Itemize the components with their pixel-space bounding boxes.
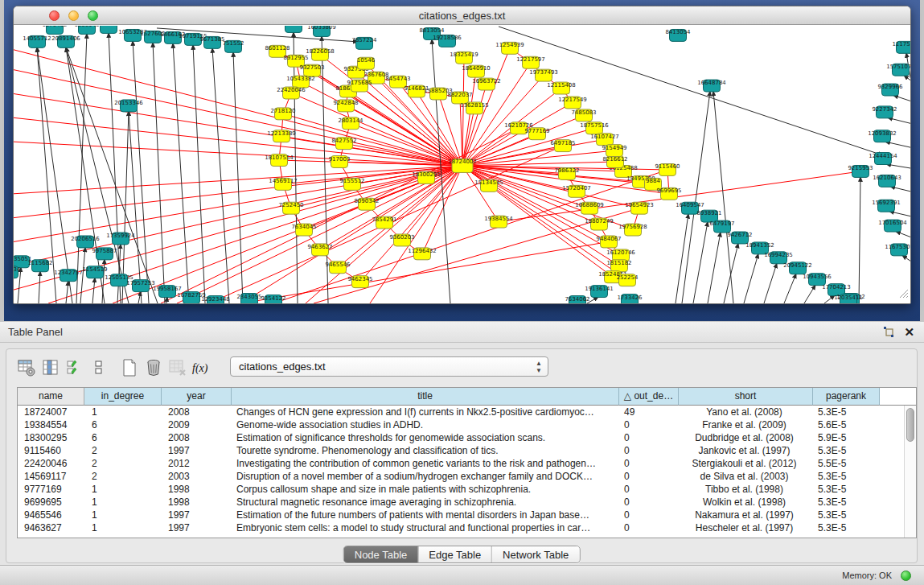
column-header-pagerank[interactable]: pagerank bbox=[813, 388, 880, 406]
graph-node-label: 18724007 bbox=[448, 159, 477, 166]
cell-name: 9699695 bbox=[18, 496, 84, 509]
column-header-short[interactable]: short bbox=[679, 388, 813, 406]
graph-node-label: 22420046 bbox=[277, 87, 306, 93]
window-minimize-icon[interactable] bbox=[68, 10, 79, 21]
cell-short: Tibbo et al. (1998) bbox=[679, 483, 813, 496]
network-graph-svg[interactable]: 1872400786011288912955182260589327503105… bbox=[14, 26, 910, 303]
table-row[interactable]: 946362711997Embryonic stem cells: a mode… bbox=[18, 521, 904, 534]
graph-node-label: 9699695 bbox=[656, 187, 681, 194]
function-builder-icon[interactable]: f(x) bbox=[190, 356, 214, 379]
cell-pagerank: 5.9E-5 bbox=[813, 431, 880, 444]
tab-network-table[interactable]: Network Table bbox=[491, 546, 579, 562]
cytoscape-screen: citations_edges.txt 18724007860112889129… bbox=[0, 0, 924, 585]
cell-out_de: 49 bbox=[619, 406, 679, 418]
graph-node-label: 12444154 bbox=[869, 153, 897, 159]
column-header-title[interactable]: title bbox=[232, 388, 619, 406]
cell-out_de: 0 bbox=[619, 509, 679, 521]
table-panel-header: Table Panel ✕ bbox=[0, 322, 924, 343]
table-row[interactable]: 1938455462009Genome-wide association stu… bbox=[18, 418, 904, 431]
cell-out_de: 0 bbox=[619, 496, 679, 509]
table-row[interactable]: 946554611997Estimation of the future num… bbox=[18, 509, 904, 521]
close-panel-icon[interactable]: ✕ bbox=[904, 325, 914, 340]
cell-in_degree: 1 bbox=[84, 509, 162, 521]
table-row[interactable]: 1456911722003Disruption of a novel membe… bbox=[18, 470, 904, 483]
cell-title: Genome-wide association studies in ADHD. bbox=[232, 418, 619, 431]
table-row[interactable]: 969969511998Structural magnetic resonanc… bbox=[18, 496, 904, 509]
graph-node-label: 19958167 bbox=[153, 286, 182, 292]
graph-node-label: 6497185 bbox=[550, 140, 575, 146]
cell-pagerank: 5.3E-5 bbox=[813, 470, 880, 483]
graph-node-label: 18757516 bbox=[580, 122, 609, 129]
cell-in_degree: 6 bbox=[84, 431, 162, 444]
create-table-icon[interactable] bbox=[117, 356, 142, 379]
table-settings-icon[interactable] bbox=[14, 356, 39, 379]
cell-title: Investigating the contribution of common… bbox=[232, 457, 619, 470]
table-row[interactable]: 1872400712008Changes of HCN gene express… bbox=[18, 406, 904, 418]
graph-node-label: 7986322 bbox=[554, 167, 579, 174]
network-desktop: citations_edges.txt 18724007860112889129… bbox=[4, 0, 920, 321]
table-vertical-scrollbar[interactable] bbox=[904, 406, 916, 538]
tab-node-table[interactable]: Node Table bbox=[344, 546, 418, 562]
column-header-in_degree[interactable]: in_degree bbox=[84, 388, 162, 406]
graph-node-label: 9463627 bbox=[307, 244, 332, 250]
graph-node-label: 20891406 bbox=[51, 35, 80, 42]
graph-node-label: 751552 bbox=[223, 40, 244, 47]
graph-node-label: 12035411 bbox=[834, 295, 863, 301]
graph-node-label: 917003 bbox=[329, 156, 351, 163]
window-close-icon[interactable] bbox=[49, 10, 60, 21]
graph-node-label: 10943556 bbox=[803, 274, 832, 280]
table-row[interactable]: 977716911998Corpus callosum shape and si… bbox=[18, 483, 904, 496]
graph-node-label: 18640910 bbox=[462, 65, 491, 72]
cell-in_degree: 2 bbox=[84, 457, 162, 470]
graph-node-label: 19136141 bbox=[585, 286, 614, 292]
cell-short: Stergiakouli et al. (2012) bbox=[679, 457, 813, 470]
graph-node-label: 8454743 bbox=[385, 76, 410, 82]
graph-node-label: 8813054 bbox=[419, 27, 445, 34]
cell-out_de: 0 bbox=[619, 431, 679, 444]
table-row[interactable]: 1830029562008Estimation of significance … bbox=[18, 431, 904, 444]
cell-pagerank: 5.3E-5 bbox=[813, 509, 880, 521]
cell-year: 2003 bbox=[162, 470, 232, 483]
column-header-out_de[interactable]: △ out_de… bbox=[619, 388, 679, 406]
table-row[interactable]: 911546021997Tourette syndrome. Phenomeno… bbox=[18, 444, 904, 457]
cell-name: 9115460 bbox=[18, 444, 84, 457]
column-header-name[interactable]: name bbox=[18, 388, 84, 406]
cell-out_de: 0 bbox=[619, 418, 679, 431]
cell-pagerank: 5.3E-5 bbox=[813, 521, 880, 534]
graph-node-label: 8822037 bbox=[447, 92, 472, 98]
network-window: citations_edges.txt 18724007860112889129… bbox=[13, 6, 911, 304]
graph-node-label: 15692391 bbox=[872, 200, 901, 206]
float-window-icon[interactable] bbox=[882, 326, 895, 341]
cell-title: Estimation of significance thresholds fo… bbox=[232, 431, 619, 444]
graph-node-label: 18941352 bbox=[745, 242, 774, 249]
table-source-select[interactable]: citations_edges.txt ▲▼ bbox=[230, 356, 548, 377]
graph-node-label: 391934 bbox=[14, 266, 21, 273]
resize-grip-icon[interactable] bbox=[897, 287, 909, 302]
row-height-icon[interactable] bbox=[87, 356, 111, 379]
graph-node-label: 6479197 bbox=[709, 220, 734, 227]
graph-node-label: 19218586 bbox=[433, 35, 462, 41]
graph-node-label: 19737493 bbox=[529, 69, 558, 76]
column-selection-icon[interactable] bbox=[39, 356, 63, 379]
graph-node-label: 16033809 bbox=[307, 26, 336, 31]
status-bar: Memory: OK bbox=[0, 565, 924, 585]
network-nodes[interactable]: 1872400786011288912955182260589327503105… bbox=[14, 26, 910, 303]
delete-table-icon[interactable] bbox=[142, 356, 166, 379]
svg-text:f(x): f(x) bbox=[192, 362, 208, 375]
tab-edge-table[interactable]: Edge Table bbox=[417, 546, 491, 562]
cell-name: 18300295 bbox=[18, 431, 84, 444]
network-canvas[interactable]: 1872400786011288912955182260589327503105… bbox=[14, 26, 910, 303]
network-window-titlebar[interactable]: citations_edges.txt bbox=[14, 6, 910, 25]
column-header-year[interactable]: year bbox=[162, 388, 232, 406]
graph-node-label: 7634045 bbox=[291, 224, 316, 230]
graph-node-label: 2718120 bbox=[270, 108, 295, 114]
table-row[interactable]: 2242004622012Investigating the contribut… bbox=[18, 457, 904, 470]
cell-title: Structural magnetic resonance image aver… bbox=[232, 496, 619, 509]
window-zoom-icon[interactable] bbox=[88, 10, 98, 21]
scrollbar-thumb[interactable] bbox=[906, 408, 914, 442]
table-panel-body: f(x) citations_edges.txt ▲▼ namein_degre… bbox=[6, 348, 918, 563]
select-rows-icon[interactable] bbox=[63, 356, 87, 379]
cell-short: Dudbridge et al. (2008) bbox=[679, 431, 813, 444]
cell-year: 1997 bbox=[162, 509, 232, 521]
graph-node-label: 2343055 bbox=[236, 294, 261, 300]
